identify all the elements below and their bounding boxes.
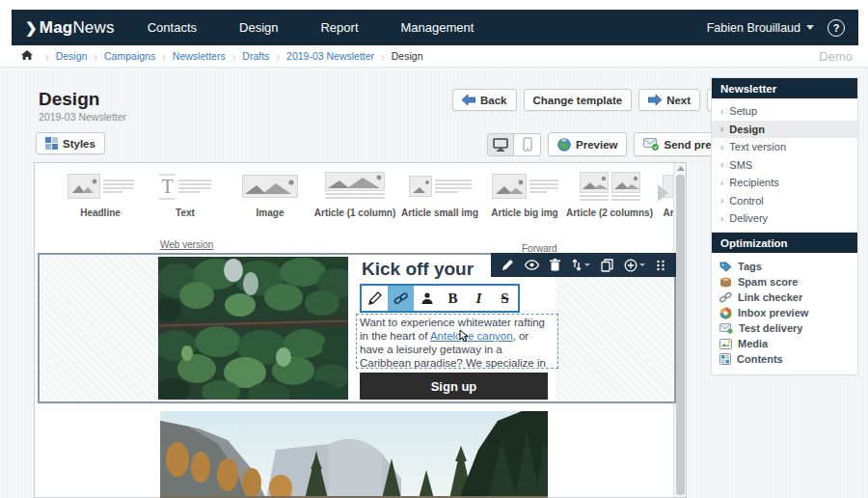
palette-item-text[interactable]: T Text [143,163,228,218]
breadcrumb-item-campaigns[interactable]: Campaigns [104,50,155,62]
nav-item-management[interactable]: Management [401,20,475,35]
duplicate-icon[interactable] [601,259,613,272]
sidebar-item-design[interactable]: ›Design [712,121,857,139]
strikethrough-icon[interactable]: S [492,286,518,311]
bold-letter: B [448,290,457,307]
bold-icon[interactable]: B [440,286,466,311]
italic-icon[interactable]: I [466,286,492,311]
breadcrumb: › Design › Campaigns › Newsletters › Dra… [0,45,868,68]
breadcrumb-item-drafts[interactable]: Drafts [242,50,269,62]
sidebar-item-recipients[interactable]: ›Recipients [712,174,857,192]
text-format-toolbar: B I S [360,284,520,313]
sidebar-item-inbox-preview[interactable]: Inbox preview [712,305,857,320]
styles-icon [45,137,58,150]
web-version-link[interactable]: Web version [160,239,213,250]
home-icon[interactable] [21,50,33,63]
palette-scroll-right-icon[interactable] [658,184,668,202]
article-image-forest[interactable] [158,257,348,400]
person-icon[interactable] [414,286,440,311]
user-menu[interactable]: Fabien Brouillaud [707,21,814,35]
chevron-right-icon: › [720,159,723,170]
magnews-logo[interactable]: ❯ MagNews [25,18,115,38]
sidebar-item-contents[interactable]: Contents [712,351,857,367]
palette-item-article-small-img[interactable]: Article small img [397,163,482,218]
chevron-down-icon [584,263,590,266]
palette-item-article-2col[interactable]: Article (2 columns) [567,163,652,218]
sidebar-item-text-version[interactable]: ›Text version [712,138,857,156]
article-image-valley[interactable] [160,411,548,498]
newsletter-panel-title: Newsletter [712,78,857,98]
palette-label: Article big img [491,208,557,218]
drag-handle-icon[interactable] [656,260,665,271]
environment-label: Demo [819,49,853,64]
antelope-canyon-link[interactable]: Antelope canyon [430,330,513,342]
change-template-button[interactable]: Change template [524,89,633,111]
user-name: Fabien Brouillaud [707,21,800,35]
italic-letter: I [476,290,482,307]
article-text[interactable]: Want to experience whitewater rafting in… [356,314,558,369]
link-icon[interactable] [388,286,414,311]
chevron-down-icon [639,263,645,266]
breadcrumb-separator: › [276,48,280,65]
palette-label: Text [176,208,195,218]
strike-letter: S [501,290,508,307]
palette-item-article-1col[interactable]: Article (1 column) [312,163,397,218]
breadcrumb-item-newsletters[interactable]: Newsletters [173,50,226,62]
breadcrumb-current: Design [392,50,423,62]
logo-bold: Mag [40,18,73,37]
actions-icon[interactable] [571,259,590,271]
nav-item-contacts[interactable]: Contacts [148,20,197,35]
arrow-right-icon [648,95,662,105]
palette-item-headline[interactable]: Headline [58,163,143,218]
preview-button[interactable]: Preview [548,132,627,156]
sidebar-item-test-delivery[interactable]: Test delivery [712,320,857,336]
desktop-view-button[interactable] [487,133,514,156]
monitor-icon [493,138,508,152]
breadcrumb-item-design[interactable]: Design [56,50,88,62]
sidebar-item-sms[interactable]: ›SMS [712,156,857,175]
sidebar-item-link-checker[interactable]: Link checker [712,290,857,305]
nav-item-report[interactable]: Report [320,20,358,35]
edit-icon[interactable] [362,286,388,311]
trash-icon[interactable] [550,259,560,271]
sidebar-item-media[interactable]: Media [712,336,857,351]
optimization-panel-title: Optimization [712,233,857,253]
sidebar-item-setup[interactable]: ›Setup [712,102,857,121]
palette-item-article-big-img[interactable]: Article big img [482,163,567,218]
block-toolbar [491,253,676,277]
headline-thumb-icon [68,172,134,201]
page-title: Design [39,89,99,110]
breadcrumb-item-newsletter[interactable]: 2019-03 Newsletter [286,50,374,62]
sidebar-item-tags[interactable]: Tags [712,259,857,274]
sidebar-item-label: Design [729,124,765,135]
sidebar-item-delivery[interactable]: ›Delivery [712,209,857,228]
nav-item-design[interactable]: Design [239,20,278,35]
sidebar-item-control[interactable]: ›Control [712,192,857,210]
edit-icon[interactable] [502,259,514,271]
mobile-view-button[interactable] [514,133,541,156]
back-button[interactable]: Back [452,89,517,111]
next-button[interactable]: Next [638,89,700,111]
empty-drop-zone[interactable] [556,276,674,401]
article-heading[interactable]: Kick off your [362,259,474,280]
app-window: ❯ MagNews Contacts Design Report Managem… [0,0,868,498]
styles-button[interactable]: Styles [36,132,105,154]
signup-button[interactable]: Sign up [360,373,548,400]
logo-rest: News [72,18,114,37]
scrollbar-thumb[interactable] [676,175,685,495]
send-mail-icon [643,138,659,151]
sidebar-item-spam-score[interactable]: Spam score [712,274,857,290]
page-subtitle: 2019-03 Newsletter [39,111,126,123]
empty-drop-zone[interactable] [40,255,157,401]
breadcrumb-separator: › [45,48,49,65]
add-icon[interactable] [624,259,645,272]
help-icon[interactable]: ? [827,19,845,37]
device-toggle [487,133,541,156]
breadcrumb-separator: › [381,48,385,65]
chevron-right-icon: › [720,124,723,134]
scroll-up-icon[interactable] [677,166,685,171]
palette-label: Headline [80,208,121,218]
eye-icon[interactable] [525,260,539,270]
chevron-right-icon: › [720,195,723,206]
palette-item-image[interactable]: Image [228,163,312,218]
